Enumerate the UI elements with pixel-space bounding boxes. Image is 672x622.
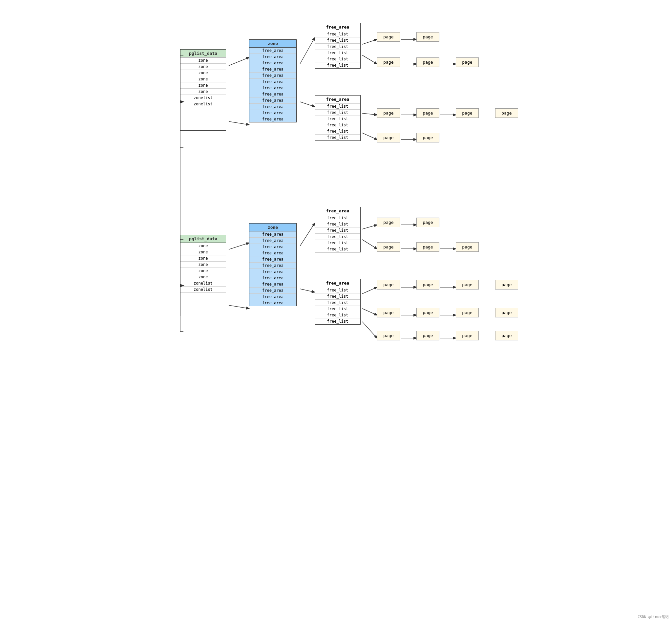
page-t4-2: page — [416, 133, 439, 142]
free-area-2-bottom-header: free_area — [315, 279, 360, 287]
page-t2-2: page — [416, 58, 439, 67]
pglist-row: zone — [180, 64, 226, 70]
fl-row-b: free_list — [315, 228, 360, 234]
fl-row-b2: free_list — [315, 293, 360, 300]
page-b4-3: page — [456, 308, 479, 317]
page-b3-2: page — [416, 280, 439, 289]
page-t1-1: page — [377, 32, 400, 42]
pglist-row: zone — [180, 70, 226, 76]
zone-row-b: free_area — [249, 281, 296, 287]
page-t3-2: page — [416, 108, 439, 118]
bracket-bottom — [174, 240, 183, 332]
fl-row-b: free_list — [315, 215, 360, 221]
diagram-container: pglist_data zone zone zone zone zone zon… — [147, 7, 525, 368]
pglist-row-b: zone — [180, 268, 226, 274]
fl-row: free_list — [315, 135, 360, 140]
pglist-data-top: pglist_data zone zone zone zone zone zon… — [180, 49, 226, 131]
fl-row: free_list — [315, 103, 360, 110]
pglist-row-b: zonelist — [180, 280, 226, 286]
fl-row: free_list — [315, 122, 360, 128]
zone-row: free_area — [249, 104, 296, 110]
zone-top-header: zone — [249, 40, 296, 47]
zone-row: free_area — [249, 98, 296, 104]
svg-line-3 — [300, 102, 315, 107]
pglist-row-b: zone — [180, 274, 226, 280]
zone-row: free_area — [249, 54, 296, 60]
zone-row-b: free_area — [249, 256, 296, 263]
svg-line-23 — [362, 287, 377, 294]
zone-row: free_area — [249, 85, 296, 91]
svg-line-1 — [229, 122, 249, 125]
zone-row: free_area — [249, 91, 296, 98]
page-t4-1: page — [377, 133, 400, 142]
pglist-row-b: zone — [180, 243, 226, 249]
free-area-1-bottom-header: free_area — [315, 207, 360, 215]
page-b2-1: page — [377, 242, 400, 252]
svg-line-0 — [229, 58, 249, 66]
free-area-1-bottom: free_area free_list free_list free_list … — [315, 207, 361, 252]
zone-row: free_area — [249, 66, 296, 73]
zone-bottom: zone free_area free_area free_area free_… — [249, 223, 296, 306]
zone-bottom-header: zone — [249, 223, 296, 232]
page-b3-3: page — [456, 280, 479, 289]
page-b5-1: page — [377, 331, 400, 340]
free-area-2-top-header: free_area — [315, 96, 360, 103]
zone-row-b: free_area — [249, 238, 296, 244]
pglist-row-b: zone — [180, 262, 226, 268]
fl-row: free_list — [315, 116, 360, 122]
svg-line-9 — [362, 113, 377, 115]
pglist-row: zone — [180, 58, 226, 64]
fl-row-b: free_list — [315, 234, 360, 240]
fl-row: free_list — [315, 50, 360, 56]
fl-row-b2: free_list — [315, 306, 360, 312]
fl-row: free_list — [315, 37, 360, 44]
svg-line-2 — [300, 38, 315, 64]
svg-line-14 — [229, 243, 249, 249]
free-area-1-top: free_area free_list free_list free_list … — [315, 23, 361, 69]
pglist-row: zone — [180, 89, 226, 95]
pglist-data-top-header: pglist_data — [180, 49, 226, 58]
page-b4-4: page — [495, 308, 518, 317]
svg-line-17 — [300, 289, 315, 292]
page-b1-2: page — [416, 218, 439, 227]
page-b4-2: page — [416, 308, 439, 317]
svg-line-29 — [362, 322, 377, 338]
pglist-data-bottom-header: pglist_data — [180, 235, 226, 243]
fl-row: free_list — [315, 31, 360, 37]
page-t3-3: page — [456, 108, 479, 118]
fl-row-b: free_list — [315, 221, 360, 228]
page-t2-3: page — [456, 58, 479, 67]
svg-line-15 — [229, 305, 249, 309]
svg-line-16 — [300, 223, 315, 246]
pglist-row: zonelist — [180, 101, 226, 107]
zone-row: free_area — [249, 79, 296, 85]
page-t1-2: page — [416, 32, 439, 42]
zone-row-b: free_area — [249, 263, 296, 269]
page-t2-1: page — [377, 58, 400, 67]
fl-row: free_list — [315, 110, 360, 116]
fl-row: free_list — [315, 62, 360, 68]
svg-line-26 — [362, 309, 377, 315]
fl-row: free_list — [315, 128, 360, 135]
page-b3-4: page — [495, 280, 518, 289]
zone-row-b: free_area — [249, 269, 296, 275]
page-b2-3: page — [456, 242, 479, 252]
zone-row: free_area — [249, 47, 296, 54]
svg-line-12 — [362, 133, 377, 139]
svg-line-18 — [362, 225, 377, 229]
zone-row: free_area — [249, 73, 296, 79]
page-b5-2: page — [416, 331, 439, 340]
fl-row-b2: free_list — [315, 318, 360, 324]
zone-row-b: free_area — [249, 294, 296, 300]
fl-row-b2: free_list — [315, 312, 360, 318]
zone-row: free_area — [249, 60, 296, 66]
pglist-row-b: zonelist — [180, 286, 226, 293]
pglist-row-b: zone — [180, 249, 226, 255]
page-b5-3: page — [456, 331, 479, 340]
zone-row-b: free_area — [249, 275, 296, 281]
fl-row-b2: free_list — [315, 287, 360, 293]
zone-row-b: free_area — [249, 250, 296, 256]
bracket-top — [174, 56, 183, 148]
zone-row-b: free_area — [249, 287, 296, 294]
free-area-2-top: free_area free_list free_list free_list … — [315, 95, 361, 141]
